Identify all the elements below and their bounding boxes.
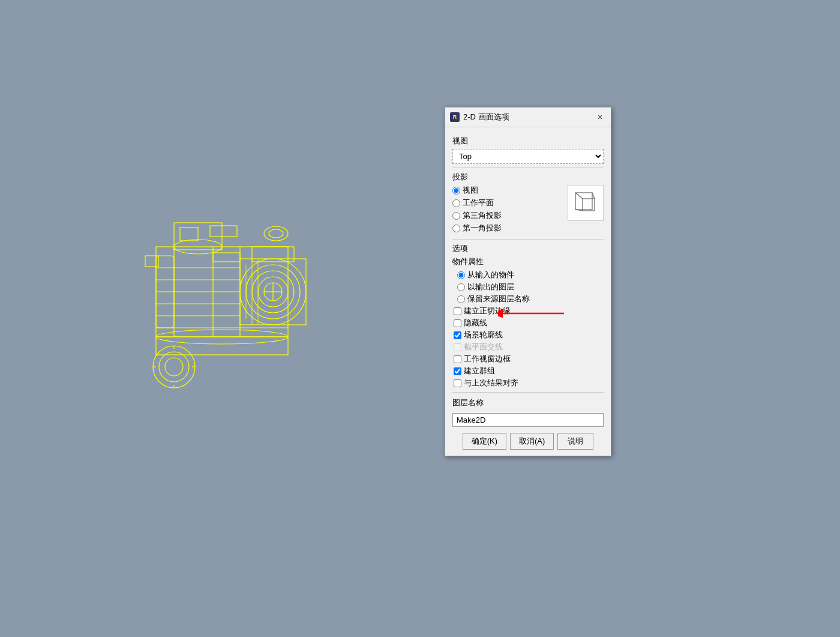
checkbox-align-prev-control[interactable] (454, 379, 461, 387)
view-section-label: 视图 (452, 136, 604, 146)
svg-rect-33 (180, 228, 198, 241)
obj-radio-keep-source-control[interactable] (457, 295, 465, 303)
checkbox-viewport-border-control[interactable] (454, 355, 461, 363)
projection-radio-third: 第三角投影 (452, 210, 563, 221)
object-props-label: 物件属性 (452, 256, 604, 267)
obj-radio-output-layer: 以输出的图层 (452, 282, 604, 292)
cancel-button[interactable]: 取消(A) (510, 433, 554, 450)
checkbox-viewport-border-label: 工作视窗边框 (464, 354, 511, 364)
projection-radio-third-label: 第三角投影 (463, 210, 502, 221)
projection-radio-workplane: 工作平面 (452, 198, 563, 208)
obj-radio-keep-source: 保留来源图层名称 (452, 294, 604, 304)
svg-point-20 (159, 352, 189, 382)
svg-rect-41 (583, 199, 595, 211)
checkbox-create-group-label: 建立群组 (464, 366, 495, 376)
help-button[interactable]: 说明 (557, 433, 593, 450)
checkbox-tangent-edges: 建立正切边缘 (452, 306, 604, 316)
divider-2 (452, 239, 604, 240)
projection-section: 视图 工作平面 第三角投影 第一角投影 (452, 185, 604, 235)
divider-3 (452, 392, 604, 393)
checkbox-hidden-lines-control[interactable] (454, 319, 461, 327)
projection-radio-view-label: 视图 (463, 185, 478, 196)
layer-name-section: 图层名称 (452, 397, 604, 427)
projection-section-label: 投影 (452, 172, 604, 183)
projection-radio-first-label: 第一角投影 (463, 223, 502, 234)
checkbox-scene-silhouette: 场景轮廓线 (452, 330, 604, 340)
svg-rect-35 (213, 253, 240, 262)
svg-point-27 (264, 226, 288, 241)
projection-radio-workplane-label: 工作平面 (463, 198, 494, 208)
projection-radio-first-input[interactable] (452, 225, 460, 232)
checkbox-hidden-lines-label: 隐藏线 (464, 318, 487, 328)
divider-1 (452, 168, 604, 168)
checkbox-tangent-edges-control[interactable] (454, 307, 461, 315)
obj-radio-from-input-label: 从输入的物件 (467, 270, 514, 280)
projection-radio-third-input[interactable] (452, 212, 460, 220)
svg-point-28 (269, 229, 283, 238)
checkbox-tangent-edges-label: 建立正切边缘 (464, 306, 511, 316)
projection-radio-view-input[interactable] (452, 187, 460, 195)
options-section: 选项 物件属性 从输入的物件 以输出的图层 保留来源图层名称 建立正切边缘 (452, 243, 604, 388)
dialog-body: 视图 Top Bottom Front Back Left Right 投影 视… (445, 127, 611, 456)
svg-line-42 (575, 193, 583, 199)
checkbox-create-group: 建立群组 (452, 366, 604, 376)
checkbox-align-prev: 与上次结果对齐 (452, 378, 604, 388)
close-button[interactable]: × (594, 111, 606, 123)
obj-radio-output-layer-control[interactable] (457, 283, 465, 291)
button-row: 确定(K) 取消(A) 说明 (452, 433, 604, 450)
canvas-area (0, 0, 444, 637)
camera-wireframe (120, 163, 324, 475)
dialog-titlebar: R 2-D 画面选项 × (445, 107, 611, 127)
checkbox-clipping-plane: 截平面交线 (452, 342, 604, 352)
checkbox-viewport-border: 工作视窗边框 (452, 354, 604, 364)
projection-radio-view: 视图 (452, 185, 563, 196)
obj-radio-from-input: 从输入的物件 (452, 270, 604, 280)
projection-preview (568, 185, 604, 221)
projection-radio-first: 第一角投影 (452, 223, 563, 234)
checkbox-align-prev-label: 与上次结果对齐 (464, 378, 518, 388)
layer-name-label: 图层名称 (452, 397, 604, 408)
svg-rect-26 (210, 226, 237, 237)
checkbox-create-group-control[interactable] (454, 367, 461, 375)
app-icon: R (450, 112, 460, 122)
dialog-2d-options: R 2-D 画面选项 × 视图 Top Bottom Front Back Le… (445, 107, 611, 456)
obj-radio-output-layer-label: 以输出的图层 (467, 282, 514, 292)
projection-radio-group: 视图 工作平面 第三角投影 第一角投影 (452, 185, 563, 235)
projection-preview-svg (571, 188, 601, 218)
checkbox-hidden-lines: 隐藏线 (452, 318, 604, 328)
ok-button[interactable]: 确定(K) (463, 433, 506, 450)
layer-name-input[interactable] (452, 413, 604, 427)
dialog-title-left: R 2-D 画面选项 (450, 112, 509, 122)
projection-radio-workplane-input[interactable] (452, 199, 460, 207)
svg-point-21 (165, 358, 183, 376)
dialog-title: 2-D 画面选项 (463, 112, 509, 122)
checkbox-scene-silhouette-control[interactable] (454, 331, 461, 339)
obj-radio-keep-source-label: 保留来源图层名称 (467, 294, 530, 304)
view-select[interactable]: Top Bottom Front Back Left Right (452, 149, 604, 164)
obj-radio-from-input-control[interactable] (457, 271, 465, 279)
options-section-label: 选项 (452, 243, 604, 254)
view-dropdown-container: Top Bottom Front Back Left Right (452, 149, 604, 164)
checkbox-scene-silhouette-label: 场景轮廓线 (464, 330, 503, 340)
checkbox-clipping-plane-label: 截平面交线 (464, 342, 503, 352)
checkbox-clipping-plane-control (454, 343, 461, 351)
